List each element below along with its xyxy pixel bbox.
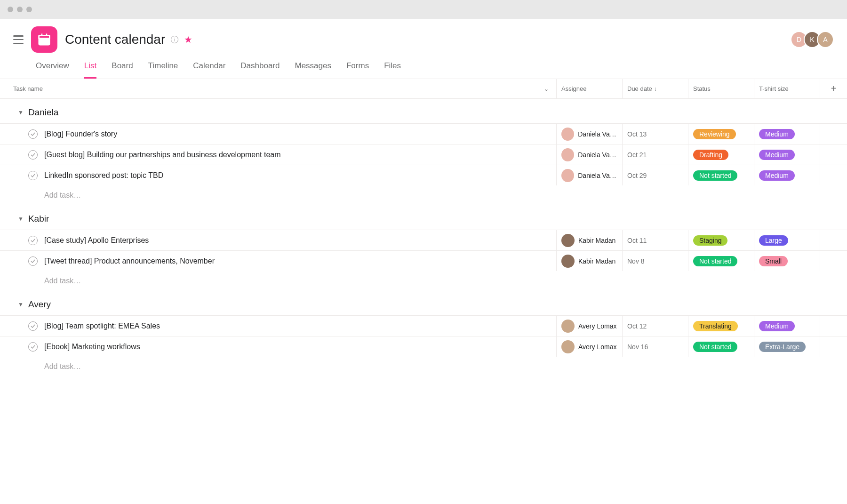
cell-due-date[interactable]: Oct 29: [622, 165, 688, 185]
task-row[interactable]: [Blog] Team spotlight: EMEA SalesAvery L…: [0, 315, 847, 336]
task-row[interactable]: [Ebook] Marketing workflowsAvery LomaxNo…: [0, 336, 847, 357]
status-pill: Staging: [693, 235, 727, 246]
tab-overview[interactable]: Overview: [36, 61, 69, 79]
cell-status[interactable]: Translating: [688, 316, 754, 336]
cell-size[interactable]: Medium: [754, 144, 820, 165]
task-name[interactable]: [Ebook] Marketing workflows: [44, 343, 556, 351]
cell-size[interactable]: Medium: [754, 316, 820, 336]
tab-timeline[interactable]: Timeline: [148, 61, 178, 79]
complete-checkbox[interactable]: [28, 171, 38, 180]
tab-board[interactable]: Board: [112, 61, 133, 79]
add-task-button[interactable]: Add task…: [0, 357, 847, 376]
cell-assignee[interactable]: Avery Lomax: [556, 316, 622, 336]
project-tabs: OverviewListBoardTimelineCalendarDashboa…: [0, 53, 847, 79]
cell-extra: [820, 251, 847, 271]
cell-due-date[interactable]: Oct 12: [622, 316, 688, 336]
tab-forms[interactable]: Forms: [346, 61, 369, 79]
cell-status[interactable]: Drafting: [688, 144, 754, 165]
chevron-down-icon[interactable]: ⌄: [544, 86, 549, 92]
col-assignee[interactable]: Assignee: [556, 79, 622, 98]
complete-checkbox[interactable]: [28, 150, 38, 160]
column-headers: Task name ⌄ Assignee Due date↓ Status T-…: [0, 79, 847, 99]
complete-checkbox[interactable]: [28, 236, 38, 245]
tab-messages[interactable]: Messages: [295, 61, 331, 79]
tab-calendar[interactable]: Calendar: [193, 61, 225, 79]
cell-assignee[interactable]: Daniela Var…: [556, 144, 622, 165]
col-due-date[interactable]: Due date↓: [622, 79, 688, 98]
size-pill: Large: [759, 235, 788, 246]
cell-status[interactable]: Not started: [688, 336, 754, 357]
section-name: Daniela: [28, 107, 58, 118]
cell-assignee[interactable]: Kabir Madan: [556, 230, 622, 250]
cell-extra: [820, 336, 847, 357]
size-pill: Medium: [759, 150, 795, 160]
star-icon[interactable]: ★: [184, 34, 192, 45]
cell-extra: [820, 316, 847, 336]
col-status[interactable]: Status: [688, 79, 754, 98]
window-control-dot[interactable]: [26, 7, 32, 12]
cell-size[interactable]: Medium: [754, 165, 820, 185]
task-row[interactable]: [Case study] Apollo EnterprisesKabir Mad…: [0, 230, 847, 250]
assignee-avatar: [561, 148, 574, 161]
task-name[interactable]: [Guest blog] Building our partnerships a…: [44, 151, 556, 159]
section-header[interactable]: ▼Daniela: [0, 107, 847, 123]
tab-files[interactable]: Files: [384, 61, 401, 79]
complete-checkbox[interactable]: [28, 342, 38, 352]
task-name[interactable]: LinkedIn sponsored post: topic TBD: [44, 171, 556, 180]
project-header: Content calendar i ★ DKA: [0, 19, 847, 53]
cell-due-date[interactable]: Oct 13: [622, 124, 688, 144]
section-header[interactable]: ▼Kabir: [0, 214, 847, 230]
add-column-button[interactable]: +: [820, 79, 847, 98]
cell-due-date[interactable]: Nov 16: [622, 336, 688, 357]
status-pill: Drafting: [693, 150, 728, 160]
cell-assignee[interactable]: Kabir Madan: [556, 251, 622, 271]
task-row[interactable]: [Tweet thread] Product announcements, No…: [0, 250, 847, 271]
cell-due-date[interactable]: Oct 21: [622, 144, 688, 165]
window-control-dot[interactable]: [8, 7, 13, 12]
col-size[interactable]: T-shirt size: [754, 79, 820, 98]
col-task-name[interactable]: Task name: [13, 85, 43, 92]
task-row[interactable]: [Blog] Founder's storyDaniela Var…Oct 13…: [0, 123, 847, 144]
cell-status[interactable]: Reviewing: [688, 124, 754, 144]
project-title[interactable]: Content calendar: [65, 32, 165, 47]
cell-size[interactable]: Large: [754, 230, 820, 250]
assignee-avatar: [561, 234, 575, 247]
info-icon[interactable]: i: [171, 36, 178, 43]
complete-checkbox[interactable]: [28, 321, 38, 331]
calendar-icon: [37, 32, 51, 47]
cell-assignee[interactable]: Daniela Var…: [556, 124, 622, 144]
task-name[interactable]: [Blog] Team spotlight: EMEA Sales: [44, 322, 556, 330]
complete-checkbox[interactable]: [28, 129, 38, 139]
tab-dashboard[interactable]: Dashboard: [240, 61, 280, 79]
add-task-button[interactable]: Add task…: [0, 271, 847, 291]
cell-status[interactable]: Not started: [688, 165, 754, 185]
cell-size[interactable]: Extra-Large: [754, 336, 820, 357]
tab-list[interactable]: List: [84, 61, 96, 79]
cell-size[interactable]: Medium: [754, 124, 820, 144]
task-row[interactable]: [Guest blog] Building our partnerships a…: [0, 144, 847, 165]
hamburger-menu-icon[interactable]: [13, 35, 24, 44]
task-name[interactable]: [Blog] Founder's story: [44, 130, 556, 138]
project-members[interactable]: DKA: [794, 31, 834, 48]
cell-extra: [820, 124, 847, 144]
assignee-avatar: [561, 340, 575, 353]
task-name[interactable]: [Case study] Apollo Enterprises: [44, 236, 556, 245]
window-control-dot[interactable]: [17, 7, 23, 12]
cell-due-date[interactable]: Oct 11: [622, 230, 688, 250]
section-header[interactable]: ▼Avery: [0, 299, 847, 315]
cell-status[interactable]: Staging: [688, 230, 754, 250]
task-row[interactable]: LinkedIn sponsored post: topic TBDDaniel…: [0, 165, 847, 185]
complete-checkbox[interactable]: [28, 256, 38, 266]
cell-status[interactable]: Not started: [688, 251, 754, 271]
member-avatar[interactable]: A: [817, 31, 834, 48]
cell-due-date[interactable]: Nov 8: [622, 251, 688, 271]
status-pill: Reviewing: [693, 129, 736, 139]
status-pill: Not started: [693, 342, 737, 352]
task-name[interactable]: [Tweet thread] Product announcements, No…: [44, 257, 556, 265]
sort-descending-icon: ↓: [654, 86, 657, 92]
cell-size[interactable]: Small: [754, 251, 820, 271]
add-task-button[interactable]: Add task…: [0, 185, 847, 205]
cell-assignee[interactable]: Avery Lomax: [556, 336, 622, 357]
cell-assignee[interactable]: Daniela Var…: [556, 165, 622, 185]
status-pill: Translating: [693, 321, 738, 331]
